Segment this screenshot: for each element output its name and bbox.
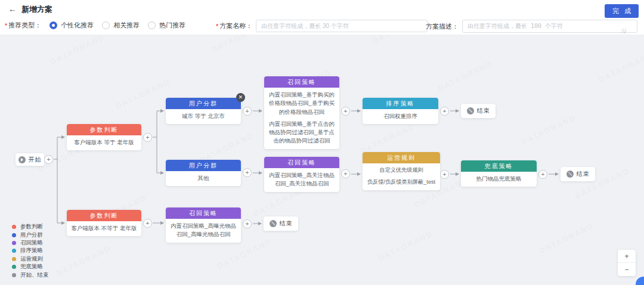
legend-dot-sort: [12, 249, 16, 253]
add-node-button[interactable]: +: [341, 107, 350, 116]
radio-related-label[interactable]: 相关推荐: [113, 21, 140, 30]
end-node-top[interactable]: 结束: [461, 104, 496, 118]
end-node-label: 结束: [577, 170, 590, 178]
plan-desc-group: 方案描述：: [426, 20, 637, 33]
node-sort-weight[interactable]: 排序策略 召回权重排序: [363, 98, 438, 124]
legend-item: 排序策略: [12, 247, 49, 255]
plan-desc-textarea[interactable]: [462, 20, 637, 33]
radio-hot[interactable]: [148, 21, 156, 29]
legend-dot-ops: [12, 257, 16, 261]
node-condition: 城市 等于 北京市: [166, 109, 241, 124]
zoom-in-button[interactable]: +: [618, 250, 636, 263]
legend-item: 运营规则: [12, 255, 49, 263]
start-node[interactable]: 开始: [16, 153, 44, 166]
legend-label: 召回策略: [20, 239, 43, 247]
radio-hot-label[interactable]: 热门推荐: [159, 21, 185, 30]
legend-label: 兜底策略: [20, 263, 43, 271]
node-title: 排序策略: [363, 98, 438, 109]
start-node-label: 开始: [29, 156, 42, 164]
node-judge-equal-elder[interactable]: 参数判断 客户端版本 等于 老年版: [67, 124, 141, 150]
node-title: 参数判断: [67, 210, 141, 221]
end-node-label: 结束: [280, 219, 293, 228]
radio-related[interactable]: [102, 21, 110, 29]
node-condition: 其他: [166, 171, 241, 186]
legend-label: 运营规则: [20, 255, 43, 263]
node-title: 召回策略: [166, 207, 241, 219]
add-node-button[interactable]: +: [143, 219, 152, 228]
add-node-button[interactable]: +: [44, 155, 53, 164]
radio-personalized[interactable]: [49, 21, 57, 29]
plan-name-input[interactable]: [256, 20, 428, 32]
legend-item: 召回策略: [12, 239, 49, 247]
zoom-out-button[interactable]: −: [618, 263, 636, 276]
legend-item: 参数判断: [12, 223, 49, 231]
recommend-type-group: * 推荐类型： 个性化推荐 相关推荐 热门推荐: [5, 21, 185, 30]
node-recall-exposure[interactable]: 召回策略 内置召回策略_高曝光物品召回_高曝光物品召回: [166, 207, 241, 243]
rule-item: 负反馈/负反馈类别屏蔽_test: [366, 178, 437, 187]
node-strategies: 内置召回策略_基于购买的价格段物品召回_基于购买的价格段物品召回 内置召回策略_…: [264, 88, 339, 149]
add-node-button[interactable]: +: [143, 133, 152, 142]
add-node-button[interactable]: +: [538, 170, 547, 179]
radio-personalized-label[interactable]: 个性化推荐: [61, 21, 94, 30]
topbar: ← 新增方案 完 成 * 推荐类型： 个性化推荐 相关推荐 热门推荐 * 方案名…: [0, 0, 644, 35]
legend-label: 用户分群: [20, 231, 43, 239]
plan-desc-label: 方案描述：: [426, 22, 459, 31]
legend-dot-fallback: [12, 265, 16, 269]
node-title: 参数判断: [67, 124, 141, 135]
node-recall-attention[interactable]: 召回策略 内置召回策略_高关注物品召回_高关注物品召回: [264, 157, 339, 192]
legend-item: 开始、结束: [12, 271, 49, 278]
legend-dot-start-end: [12, 273, 16, 277]
node-recall-price-click[interactable]: 召回策略 内置召回策略_基于购买的价格段物品召回_基于购买的价格段物品召回 内置…: [264, 76, 339, 149]
add-node-button[interactable]: +: [243, 219, 252, 228]
add-node-button[interactable]: +: [243, 168, 252, 177]
node-strategies: 内置召回策略_高曝光物品召回_高曝光物品召回: [166, 219, 241, 243]
node-title: 用户分群: [166, 98, 241, 109]
node-segment-other[interactable]: 用户分群 其他: [166, 160, 241, 186]
node-ops-rules[interactable]: 运营规则 自定义优先级规则 负反馈/负反馈类别屏蔽_test: [363, 152, 440, 190]
add-node-button[interactable]: +: [440, 107, 449, 116]
node-title: 召回策略: [264, 157, 339, 168]
strategy-item: 内置召回策略_基于点击的物品协同过滤召回_基于点击的物品协同过滤召回: [267, 120, 336, 145]
plan-name-label: 方案名称：: [219, 21, 252, 30]
end-icon: [467, 107, 474, 114]
legend-dot-segment: [12, 233, 16, 237]
page-title: 新增方案: [21, 4, 52, 15]
end-node-bottom[interactable]: 结束: [264, 216, 298, 231]
end-icon: [566, 171, 574, 178]
node-condition: 客户端版本 不等于 老年版: [67, 221, 141, 236]
node-strategies: 内置召回策略_高关注物品召回_高关注物品召回: [264, 168, 339, 192]
node-judge-notequal-elder[interactable]: 参数判断 客户端版本 不等于 老年版: [67, 210, 141, 236]
node-title: 用户分群: [166, 160, 241, 171]
recommend-type-label: 推荐类型：: [8, 21, 41, 30]
node-strategies: 热门物品兜底策略: [461, 172, 537, 187]
canvas-zoom-controls: + −: [618, 250, 636, 276]
legend-item: 兜底策略: [12, 263, 49, 271]
end-node-label: 结束: [477, 107, 490, 115]
legend-dot-judge: [12, 225, 16, 229]
add-node-button[interactable]: +: [243, 107, 252, 116]
end-node-middle[interactable]: 结束: [561, 167, 595, 181]
done-button[interactable]: 完 成: [605, 4, 639, 18]
strategy-item: 内置召回策略_基于购买的价格段物品召回_基于购买的价格段物品召回: [267, 91, 336, 116]
required-mark: *: [216, 23, 218, 30]
textarea-resize-handle[interactable]: [621, 29, 626, 33]
node-title: 运营规则: [363, 152, 440, 163]
legend-label: 开始、结束: [20, 271, 49, 279]
start-icon: [18, 156, 26, 163]
node-title: 兜底策略: [461, 160, 537, 172]
add-node-button[interactable]: +: [440, 170, 449, 179]
required-mark: *: [5, 22, 7, 29]
node-segment-beijing[interactable]: 用户分群 城市 等于 北京市: [166, 98, 241, 124]
node-type-legend: 参数判断 用户分群 召回策略 排序策略 运营规则 兜底策略 开始、结束: [12, 223, 49, 279]
back-arrow-icon[interactable]: ←: [8, 4, 17, 14]
close-icon[interactable]: ✕: [236, 93, 245, 102]
node-fallback-hot[interactable]: 兜底策略 热门物品兜底策略: [461, 160, 537, 187]
node-rules: 自定义优先级规则 负反馈/负反馈类别屏蔽_test: [363, 163, 440, 190]
node-title: 召回策略: [264, 76, 339, 88]
add-node-button[interactable]: +: [341, 169, 350, 178]
legend-label: 排序策略: [20, 247, 43, 255]
legend-item: 用户分群: [12, 231, 49, 238]
plan-editor-page: DATAGRAND DATAGRAND DATAGRAND DATAGRAND …: [0, 0, 644, 285]
node-strategies: 召回权重排序: [363, 109, 438, 124]
rule-item: 自定义优先级规则: [366, 166, 437, 175]
